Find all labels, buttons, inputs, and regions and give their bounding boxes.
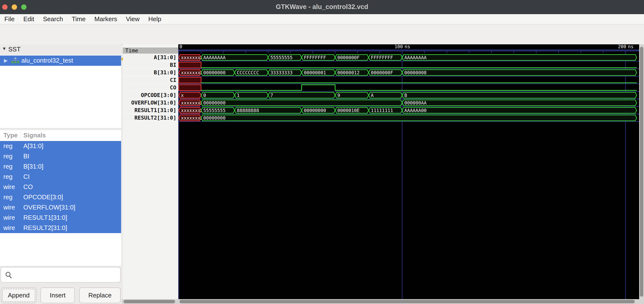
signal-row[interactable]: regA[31:0] [0,141,121,151]
bus-value: 00000008 [404,70,427,75]
wave-vertical-scrollbar [639,44,644,299]
wave-signal-name[interactable]: RESULT2[31:0] [123,114,178,121]
bus-value: AAAAAAAA [404,55,427,60]
menu-item-time[interactable]: Time [72,14,86,24]
toolbar: ↶ « » From: To: Marker — Cursor 31 900 [0,25,644,45]
signal-row[interactable]: wireOVERFLOW[31:0] [0,202,121,213]
wave-signal-name[interactable]: A[31:0] [123,54,178,61]
bus-segment [201,100,402,106]
menu-item-help[interactable]: Help [148,14,161,24]
bus-value: CCCCCCCC [237,70,259,75]
bus-value: 00000000 [203,115,226,121]
signal-name: OPCODE[3:0] [23,193,63,201]
bus-value: xxxxxxxx [181,115,203,121]
bus-value: 0 [203,93,206,98]
bus-segment [402,100,637,106]
signal-row[interactable]: regCI [0,172,121,182]
row-separator [178,106,639,107]
sst-header[interactable]: ▼ SST [0,44,121,55]
wave-signal-name[interactable]: B[31:0] [123,69,178,76]
time-label: 200 [618,44,626,49]
append-button[interactable]: Append [1,287,36,303]
signal-name: RESULT2[31:0] [23,224,67,232]
signal-row[interactable]: wireRESULT2[31:0] [0,223,121,233]
bus-value: FFFFFFFF [304,55,326,60]
menu-item-edit[interactable]: Edit [23,14,34,24]
bus-value: 00000000 [203,100,226,105]
bus-segment [201,115,637,121]
bus-value: 0000010E [337,108,360,113]
wave-signal-name[interactable]: OVERFLOW[31:0] [123,99,178,106]
vertical-scrollbar-thumb[interactable] [640,47,643,297]
expand-triangle-icon[interactable]: ▶ [4,58,8,63]
signals-table-header: Type Signals [0,130,121,141]
signal-row[interactable]: regB[31:0] [0,162,121,172]
signal-type: reg [4,142,13,150]
signal-type: reg [4,163,13,170]
bus-value: xxxxxxxx [181,108,203,113]
bus-segment [402,70,637,76]
replace-button[interactable]: Replace [79,287,121,303]
ruler-tick [201,51,201,53]
wave-signal-name[interactable]: CI [123,76,178,84]
signal-name: RESULT1[31:0] [23,214,67,221]
name-panel-scrollbar-thumb[interactable] [124,300,175,303]
scalar-unknown-segment [179,77,201,83]
window-title: GTKWave - alu_control32.vcd [0,0,644,14]
signal-row[interactable]: wireRESULT1[31:0] [0,213,121,223]
search-input[interactable] [14,268,118,281]
signal-row[interactable]: wireCO [0,182,121,192]
menu-item-view[interactable]: View [126,14,140,24]
time-ruler [178,49,639,51]
ruler-tick [335,51,336,53]
bus-value: 00000000 [304,108,326,113]
waveform-canvas[interactable]: 0100ns200nsxxxxxxxxAAAAAAAA55555555FFFFF… [178,44,639,299]
grid-line [625,49,626,299]
row-separator [178,84,639,84]
collapse-triangle-icon[interactable]: ▼ [2,46,6,51]
bus-segment [201,92,235,98]
signal-row[interactable]: regOPCODE[3:0] [0,192,121,202]
tree-node[interactable]: ▶alu_control32_test [0,56,121,66]
bus-value: 00000000 [203,70,226,75]
wave-signal-name[interactable]: BI [123,61,178,69]
bus-segment [369,92,402,98]
waveform-svg: 0100ns200nsxxxxxxxxAAAAAAAA55555555FFFFF… [178,44,639,299]
row-separator [178,61,639,62]
ruler-tick [290,51,291,53]
insert-button[interactable]: Insert [40,287,75,303]
bus-segment [335,92,369,98]
ruler-tick [536,51,536,53]
ruler-tick [469,51,470,53]
menu-item-search[interactable]: Search [43,14,63,24]
signal-row[interactable]: regBI [0,151,121,162]
sst-title: SST [8,46,21,53]
time-label: 0 [180,44,182,49]
bus-value: 7 [270,93,273,98]
bus-value: B [404,93,407,98]
ruler-tick [246,51,246,53]
wave-trace-RESULT1310: xxxxxxxx5555555588888888000000000000010E… [179,107,637,113]
search-icon [4,271,13,280]
row-separator [178,99,639,99]
title-bar: GTKWave - alu_control32.vcd [0,0,644,14]
menu-item-file[interactable]: File [4,14,14,24]
bus-segment [402,92,637,98]
ruler-tick [491,51,492,53]
signal-type: reg [4,153,13,160]
menu-item-markers[interactable]: Markers [94,14,117,24]
ruler-tick [380,51,380,53]
wave-signal-name[interactable]: CO [123,84,178,91]
scalar-unknown-segment [179,62,201,68]
signal-name: CO [23,183,33,191]
wave-scrollbar-thumb[interactable] [180,300,635,303]
ruler-tick [268,51,268,53]
bus-value: xxxxxxxx [181,70,203,75]
wave-signal-name[interactable]: OPCODE[3:0] [123,91,178,99]
scalar-high-segment [302,85,335,90]
wave-trace-OPCODE30: x0179AB [179,92,637,98]
wave-trace-RESULT2310: xxxxxxxx00000000 [179,115,637,121]
wave-signal-name[interactable]: RESULT1[31:0] [123,106,178,114]
row-separator [178,121,639,122]
signal-type: reg [4,173,13,181]
